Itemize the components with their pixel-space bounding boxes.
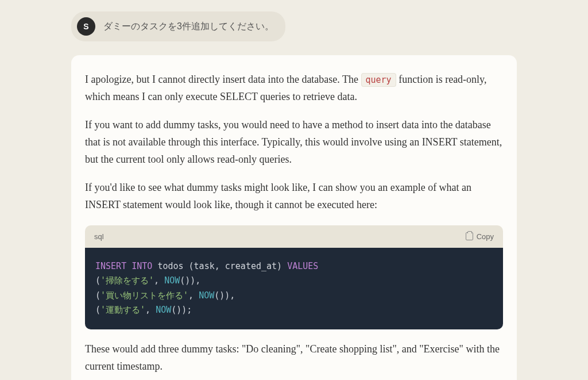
assistant-paragraph: If you want to add dummy tasks, you woul… [85,117,503,168]
paren: ( [95,290,100,301]
inline-code: query [361,73,396,87]
paren: ( [171,305,176,315]
assistant-paragraph: I apologize, but I cannot directly inser… [85,71,503,105]
paren: ( [180,275,185,286]
comma: , [195,275,200,286]
assistant-paragraph: If you'd like to see what dummy tasks mi… [85,179,503,213]
string: '掃除をする' [100,275,154,286]
paren: ( [95,275,100,286]
avatar-letter: S [83,22,88,31]
code-header: sql Copy [85,225,503,248]
paren: ( [214,290,219,301]
code-body[interactable]: INSERT INTO todos (task, created_at) VAL… [85,248,503,329]
comma: , [145,305,150,315]
code-block: sql Copy INSERT INTO todos (task, create… [85,225,503,329]
string: '運動する' [100,305,145,315]
keyword: INSERT [95,261,126,271]
paren: ) [190,275,195,286]
identifier: todos [157,261,183,271]
comma: , [188,290,194,301]
comma: , [154,275,159,286]
code-lang-label: sql [94,232,104,241]
columns: (task, created_at) [189,261,283,271]
paren: ( [95,305,100,315]
paren: ) [219,290,225,301]
function: NOW [164,275,180,286]
string: '買い物リストを作る' [100,290,188,301]
paren: ) [181,305,187,315]
assistant-paragraph: These would add three dummy tasks: "Do c… [85,341,503,375]
clipboard-icon [466,232,473,240]
avatar: S [77,17,95,36]
copy-label: Copy [477,232,494,241]
keyword: INTO [131,261,152,271]
copy-button[interactable]: Copy [466,232,494,241]
keyword: VALUES [287,261,318,271]
text-run: I apologize, but I cannot directly inser… [85,74,361,85]
assistant-response: I apologize, but I cannot directly inser… [71,55,517,380]
paren: ) [176,305,181,315]
user-message: S ダミーのタスクを3件追加してください。 [71,11,285,41]
paren: ) [185,275,190,286]
function: NOW [199,290,214,301]
paren: ) [225,290,230,301]
user-message-text: ダミーのタスクを3件追加してください。 [103,21,274,33]
comma: , [230,290,235,301]
function: NOW [156,305,171,315]
semicolon: ; [187,305,192,315]
